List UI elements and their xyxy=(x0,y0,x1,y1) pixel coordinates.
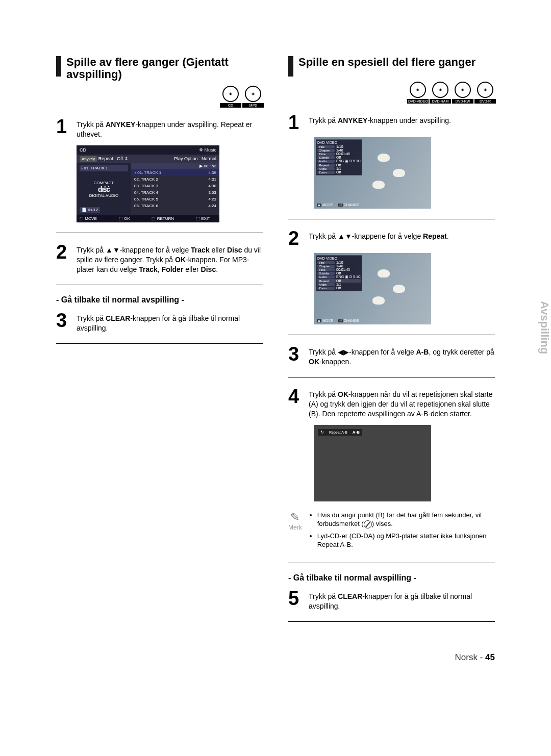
divider xyxy=(56,285,263,285)
cd-osd-screenshot: CD ❖ Music Anykey Repeat : Off ⇕ Play Op… xyxy=(77,145,219,222)
step-number: 2 xyxy=(56,243,71,274)
disc-badge: ◉ MP3 xyxy=(243,86,263,108)
info-panel: DVD-VIDEO Title1/10 Chapter1/40 Time00:0… xyxy=(316,139,362,175)
step-1: 1 Trykk på ANYKEY-knappen under avspilli… xyxy=(288,114,495,131)
info-panel-header: DVD-VIDEO xyxy=(317,141,361,144)
page-footer: Norsk - 45 xyxy=(56,652,495,663)
disc-label: DVD-RW xyxy=(452,99,473,104)
cd-logo-icon: COMPACTdıṡċDIGITAL AUDIO xyxy=(80,181,128,198)
step-2: 2 Trykk på ▲▼-knappene for å velge Repea… xyxy=(288,230,495,247)
track-row: ♪ 01. TRACK 14:39 xyxy=(131,169,219,176)
disc-badge: ◉DVD-RW xyxy=(453,82,472,104)
current-track: ♪ 01. TRACK 1 xyxy=(80,165,128,171)
track-row: 05. TRACK 54:23 xyxy=(131,196,219,203)
right-column: Spille en spesiell del flere ganger ◉DVD… xyxy=(288,56,495,632)
track-row: 03. TRACK 34:30 xyxy=(131,183,219,189)
disc-icon: ◉ xyxy=(222,86,239,102)
disc-icon: ◉ xyxy=(245,86,261,102)
step-text: Trykk på OK-knappen når du vil at repeti… xyxy=(309,388,495,419)
note-item: Hvis du angir punkt (B) før det har gått… xyxy=(317,511,495,528)
step-text: Trykk på CLEAR-knappen for å gå tilbake … xyxy=(77,312,263,333)
step-number: 1 xyxy=(288,114,304,131)
forbidden-icon xyxy=(364,520,372,528)
step-3: 3 Trykk på ◀▶-knappen for å velge A-B, o… xyxy=(288,345,495,367)
bird-icon xyxy=(378,269,390,278)
repeat-ab-pill: ↻ Repeat A-B A-B xyxy=(318,429,362,436)
note-item: Lyd-CD-er (CD-DA) og MP3-plater støtter … xyxy=(317,532,495,549)
right-disc-badges: ◉DVD-VIDEO ◉DVD-RAM ◉DVD-RW ◉DVD-R xyxy=(288,82,495,104)
step-text: Trykk på ANYKEY-knappen under avspilling… xyxy=(77,118,263,139)
step-3: 3 Trykk på CLEAR-knappen for å gå tilbak… xyxy=(56,312,263,333)
disc-label: DVD-RAM xyxy=(430,99,451,104)
divider xyxy=(288,563,495,563)
osd-header-right: ❖ Music xyxy=(199,147,216,153)
left-column: Spille av flere ganger (Gjentatt avspill… xyxy=(56,56,263,632)
subheading-return: - Gå tilbake til normal avspilling - xyxy=(56,295,263,305)
dvd-osd-screenshot-2: DVD-VIDEO Title1/10 Chapter1/40 Time00:0… xyxy=(314,253,431,324)
step-text: Trykk på ▲▼-knappene for å velge Repeat. xyxy=(309,230,449,247)
osd-footer: ⬚ MOVE ⬚ OK ⬚ RETURN ⬚ EXIT xyxy=(77,215,219,222)
bird-icon xyxy=(393,169,405,177)
step-number: 1 xyxy=(56,118,71,139)
osd-footer: ◆MOVE ⏎CHANGE xyxy=(317,203,359,207)
track-row: 06. TRACK 64:24 xyxy=(131,203,219,209)
step-1: 1 Trykk på ANYKEY-knappen under avspilli… xyxy=(56,118,263,139)
footer-page: 45 xyxy=(485,652,495,662)
divider xyxy=(56,233,263,233)
step-4: 4 Trykk på OK-knappen når du vil at repe… xyxy=(288,388,495,419)
footer-language: Norsk xyxy=(455,652,478,662)
elapsed-time: ▶ 00 : 52 xyxy=(131,163,219,169)
section-mark-icon xyxy=(56,56,61,77)
step-text: Trykk på CLEAR-knappen for å gå tilbake … xyxy=(309,590,495,611)
bird-icon xyxy=(393,285,405,293)
step-5: 5 Trykk på CLEAR-knappen for å gå tilbak… xyxy=(288,590,495,611)
playoption-label: Play Option : Normal xyxy=(174,156,216,161)
right-title: Spille en spesiell del flere ganger xyxy=(298,56,475,68)
left-title: Spille av flere ganger (Gjentatt avspill… xyxy=(66,56,263,81)
repeat-label: Repeat : Off xyxy=(98,156,123,161)
disc-badge: ◉DVD-R xyxy=(475,82,495,104)
bird-icon xyxy=(372,181,385,189)
note-icon: ✎ Merk xyxy=(288,511,302,552)
dvd-osd-screenshot: DVD-VIDEO Title1/10 Chapter1/40 Time00:0… xyxy=(314,137,431,209)
divider xyxy=(288,219,495,219)
anykey-pill: Anykey xyxy=(80,156,97,162)
disc-label: DVD-VIDEO xyxy=(407,99,429,104)
side-tab-label: Avspilling xyxy=(538,301,551,354)
disc-badge: ◉DVD-RAM xyxy=(431,82,450,104)
disc-badge: ◉ CD xyxy=(221,86,240,108)
right-title-row: Spille en spesiell del flere ganger xyxy=(288,56,495,77)
disc-icon: ◉ xyxy=(477,82,493,98)
disc-icon: ◉ xyxy=(455,82,471,98)
bird-icon xyxy=(372,296,385,305)
step-text: Trykk på ANYKEY-knappen under avspilling… xyxy=(309,114,451,131)
track-count: 📄 01/12 xyxy=(80,207,100,213)
step-text: Trykk på ▲▼-knappene for å velge Track e… xyxy=(77,243,263,274)
disc-label: DVD-R xyxy=(474,99,496,104)
disc-label: MP3 xyxy=(242,103,264,108)
step-number: 4 xyxy=(288,388,304,419)
divider xyxy=(288,377,495,377)
note-label: Merk xyxy=(288,524,302,531)
divider xyxy=(56,343,263,344)
step-number: 3 xyxy=(56,312,71,333)
subheading-return: - Gå tilbake til normal avspilling - xyxy=(288,573,495,583)
divider xyxy=(288,335,495,335)
step-number: 3 xyxy=(288,345,304,367)
disc-label: CD xyxy=(220,103,241,108)
disc-badge: ◉DVD-VIDEO xyxy=(408,82,428,104)
disc-icon: ◉ xyxy=(410,82,426,98)
section-mark-icon xyxy=(288,56,293,77)
left-title-row: Spille av flere ganger (Gjentatt avspill… xyxy=(56,56,263,81)
disc-icon: ◉ xyxy=(432,82,448,98)
step-text: Trykk på ◀▶-knappen for å velge A-B, og … xyxy=(309,345,495,367)
note-block: ✎ Merk Hvis du angir punkt (B) før det h… xyxy=(288,511,495,552)
info-panel-header: DVD-VIDEO xyxy=(317,257,361,260)
osd-footer: ◆MOVE ⏎CHANGE xyxy=(317,319,359,322)
info-panel: DVD-VIDEO Title1/10 Chapter1/40 Time00:0… xyxy=(316,255,362,291)
bird-icon xyxy=(378,154,390,162)
note-list: Hvis du angir punkt (B) før det har gått… xyxy=(309,511,495,552)
track-row: 02. TRACK 24:31 xyxy=(131,176,219,183)
osd-header-left: CD xyxy=(80,147,86,153)
step-number: 2 xyxy=(288,230,304,247)
